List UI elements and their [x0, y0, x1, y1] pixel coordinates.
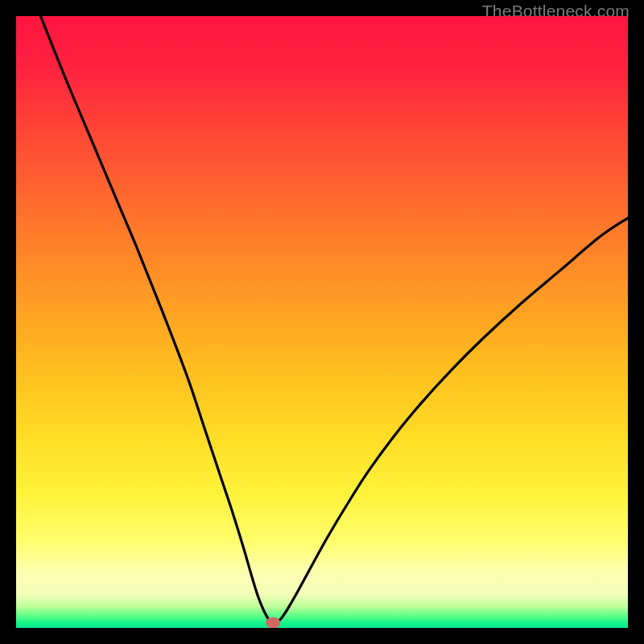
chart-plot-area [16, 16, 628, 628]
minimum-marker [266, 617, 280, 628]
chart-svg [16, 16, 628, 628]
background-rect [16, 16, 628, 628]
chart-frame: TheBottleneck.com [0, 0, 644, 644]
